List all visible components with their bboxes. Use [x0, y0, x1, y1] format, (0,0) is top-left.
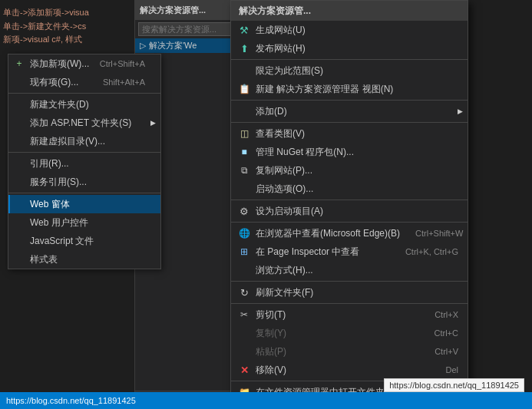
tree-expand-icon: ▷	[140, 41, 146, 51]
code-line-2: 单击->新建文件夹->cs	[3, 20, 120, 34]
menu-item-add-new[interactable]: + 添加新项(W)... Ctrl+Shift+A	[8, 54, 160, 73]
menu-limit-scope[interactable]: 限定为此范围(S)	[231, 61, 468, 80]
code-line-1: 单击->添加新项->visua	[3, 6, 120, 20]
menu-new-solution-view[interactable]: 📋 新建 解决方案资源管理器 视图(N)	[231, 80, 468, 98]
menu-item-web-user-control[interactable]: Web 用户控件	[8, 213, 160, 232]
menu-item-reference[interactable]: 引用(R)...	[8, 154, 160, 173]
nuget-icon: ■	[237, 145, 251, 159]
delete-icon: ✕	[237, 363, 251, 377]
left-context-menu: + 添加新项(W)... Ctrl+Shift+A 现有项(G)... Shif…	[8, 54, 161, 269]
view-class-icon: ◫	[237, 127, 251, 140]
code-line-3: 新项->visual c#, 样式	[3, 33, 120, 47]
copy-site-icon: ⧉	[237, 163, 251, 177]
sep-main-2	[231, 100, 468, 101]
separator-3	[8, 193, 160, 193]
status-bar: https://blog.csdn.net/qq_11891425	[0, 392, 532, 409]
menu-add[interactable]: 添加(D)	[231, 102, 468, 120]
menu-cut[interactable]: ✂ 剪切(T) Ctrl+X	[231, 305, 468, 324]
menu-view-in-inspector[interactable]: ⊞ 在 Page Inspector 中查看 Ctrl+K, Ctrl+G	[231, 242, 468, 261]
add-icon: +	[13, 58, 25, 70]
url-tooltip: https://blog.csdn.net/qq_11891425	[384, 378, 524, 392]
publish-icon: ⬆	[237, 41, 251, 55]
menu-item-virtual-dir[interactable]: 新建虚拟目录(V)...	[8, 132, 160, 150]
sep-main-1	[231, 59, 468, 60]
sep-main-3	[231, 122, 468, 123]
menu-view-in-browser[interactable]: 🌐 在浏览器中查看(Microsoft Edge)(B) Ctrl+Shift+…	[231, 224, 468, 242]
menu-paste: 粘贴(P) Ctrl+V	[231, 342, 468, 361]
menu-view-class[interactable]: ◫ 查看类图(V)	[231, 124, 468, 143]
cut-icon: ✂	[237, 308, 251, 322]
menu-refresh[interactable]: ↻ 刷新文件夹(F)	[231, 283, 468, 302]
menu-item-stylesheet[interactable]: 样式表	[8, 250, 160, 269]
solution-panel-title: 解决方案资源管...	[140, 5, 206, 16]
build-icon: ⚒	[237, 23, 251, 37]
separator-1	[8, 93, 160, 94]
menu-item-service-ref[interactable]: 服务引用(S)...	[8, 173, 160, 191]
menu-item-existing[interactable]: 现有项(G)... Shift+Alt+A	[8, 73, 160, 91]
gear-icon: ⚙	[237, 204, 251, 218]
sep-main-5	[231, 222, 468, 223]
menu-copy-site[interactable]: ⧉ 复制网站(P)...	[231, 161, 468, 180]
main-context-menu: 解决方案资源管... ⚒ 生成网站(U) ⬆ 发布网站(H) 限定为此范围(S)…	[230, 0, 468, 409]
menu-set-startup[interactable]: ⚙ 设为启动项目(A)	[231, 202, 468, 220]
menu-build-site[interactable]: ⚒ 生成网站(U)	[231, 21, 468, 39]
inspector-icon: ⊞	[237, 245, 251, 259]
browser-icon: 🌐	[237, 226, 251, 240]
menu-item-new-folder[interactable]: 新建文件夹(D)	[8, 95, 160, 114]
new-view-icon: 📋	[237, 82, 251, 96]
sep-main-6	[231, 281, 468, 282]
sep-main-7	[231, 303, 468, 304]
menu-browse-with[interactable]: 浏览方式(H)...	[231, 261, 468, 279]
separator-2	[8, 152, 160, 153]
menu-copy: 复制(Y) Ctrl+C	[231, 324, 468, 342]
menu-item-web-window[interactable]: Web 窗体	[8, 195, 160, 213]
menu-item-aspnet[interactable]: 添加 ASP.NET 文件夹(S)	[8, 114, 160, 132]
menu-remove[interactable]: ✕ 移除(V) Del	[231, 361, 468, 379]
main-menu-header: 解决方案资源管...	[231, 1, 468, 21]
sep-main-4	[231, 200, 468, 200]
menu-manage-nuget[interactable]: ■ 管理 NuGet 程序包(N)...	[231, 143, 468, 161]
menu-item-js-file[interactable]: JavaScript 文件	[8, 232, 160, 250]
menu-start-options[interactable]: 启动选项(O)...	[231, 180, 468, 198]
menu-publish-site[interactable]: ⬆ 发布网站(H)	[231, 39, 468, 58]
refresh-icon: ↻	[237, 285, 251, 299]
